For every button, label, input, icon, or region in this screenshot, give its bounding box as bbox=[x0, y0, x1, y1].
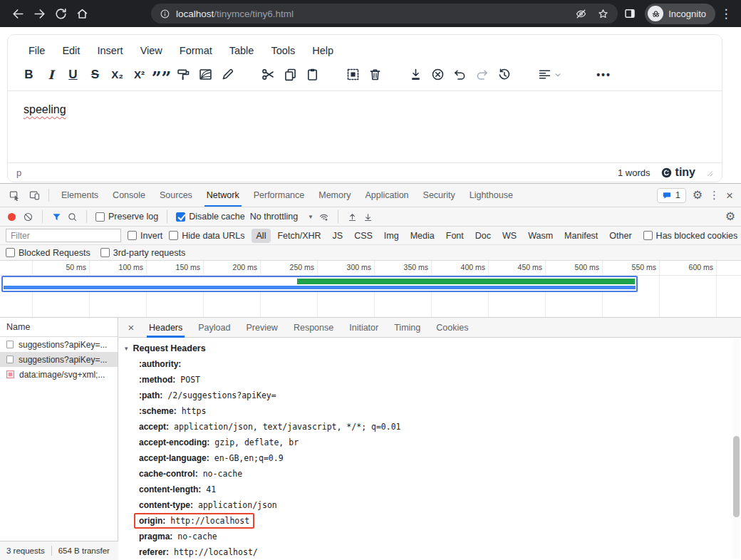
devtools-tab[interactable]: Console bbox=[105, 184, 152, 207]
network-conditions-icon[interactable] bbox=[318, 212, 329, 222]
blocked-requests-checkbox[interactable]: Blocked Requests bbox=[6, 248, 90, 258]
editor-menu-item[interactable]: File bbox=[22, 41, 51, 60]
devtools-tab[interactable]: Security bbox=[416, 184, 462, 207]
cancel-button[interactable] bbox=[427, 63, 449, 85]
site-info-icon[interactable] bbox=[160, 9, 170, 19]
home-icon[interactable] bbox=[71, 3, 93, 24]
misspelled-word[interactable]: speeling bbox=[24, 103, 66, 115]
back-icon[interactable] bbox=[7, 3, 28, 24]
third-party-requests-checkbox[interactable]: 3rd-party requests bbox=[100, 248, 185, 258]
record-button[interactable] bbox=[8, 213, 16, 221]
undo-button[interactable] bbox=[449, 63, 471, 85]
subscript-button[interactable]: X₂ bbox=[106, 63, 128, 85]
invert-checkbox[interactable]: Invert bbox=[128, 231, 162, 241]
search-icon[interactable] bbox=[67, 212, 78, 222]
request-type-filter[interactable]: Other bbox=[604, 229, 636, 243]
reload-icon[interactable] bbox=[50, 3, 71, 24]
device-toolbar-icon[interactable] bbox=[25, 187, 43, 204]
devtools-tab[interactable]: Performance bbox=[247, 184, 312, 207]
blockquote-button[interactable]: ”” bbox=[150, 63, 172, 85]
superscript-button[interactable]: X² bbox=[128, 63, 150, 85]
header-row[interactable]: pragma:no-cache bbox=[119, 529, 731, 544]
underline-button[interactable]: U bbox=[62, 63, 84, 85]
bold-button[interactable]: B bbox=[18, 63, 40, 85]
detail-tab[interactable]: Payload bbox=[190, 318, 238, 338]
detail-tab[interactable]: Initiator bbox=[341, 318, 386, 338]
header-row[interactable]: accept-language:en-GB,en;q=0.9 bbox=[119, 450, 731, 466]
editor-menu-item[interactable]: Insert bbox=[90, 41, 129, 60]
request-type-filter[interactable]: Img bbox=[379, 229, 404, 243]
issues-badge[interactable]: 1 bbox=[657, 188, 686, 203]
editor-menu-item[interactable]: View bbox=[134, 41, 169, 60]
header-row[interactable]: content-type:application/json bbox=[119, 497, 731, 513]
detail-tab[interactable]: Timing bbox=[386, 318, 428, 338]
header-row[interactable]: :method:POST bbox=[119, 372, 731, 388]
devtools-settings-icon[interactable]: ⚙ bbox=[693, 190, 703, 201]
network-overview-timeline[interactable]: 50 ms100 ms150 ms200 ms250 ms300 ms350 m… bbox=[0, 261, 741, 318]
disable-cache-checkbox[interactable]: Disable cache bbox=[176, 212, 245, 222]
header-row[interactable]: referer:http://localhost/ bbox=[119, 544, 731, 560]
editor-menu-item[interactable]: Format bbox=[173, 41, 219, 60]
eye-off-icon[interactable] bbox=[575, 8, 587, 20]
devtools-tab[interactable]: Network bbox=[200, 184, 247, 207]
has-blocked-cookies-checkbox[interactable]: Has blocked cookies bbox=[643, 231, 738, 241]
side-panel-icon[interactable] bbox=[623, 7, 636, 20]
editor-content-area[interactable]: speeling bbox=[8, 91, 722, 128]
editor-menu-item[interactable]: Table bbox=[223, 41, 261, 60]
header-row[interactable]: :scheme:https bbox=[119, 403, 731, 419]
request-type-filter[interactable]: Fetch/XHR bbox=[272, 229, 326, 243]
editor-menu-item[interactable]: Help bbox=[306, 41, 340, 60]
devtools-tab[interactable]: Lighthouse bbox=[462, 184, 520, 207]
select-all-button[interactable] bbox=[342, 63, 364, 85]
request-type-filter[interactable]: WS bbox=[497, 229, 522, 243]
scrollbar-track[interactable] bbox=[733, 340, 740, 559]
editor-menu-item[interactable]: Tools bbox=[264, 41, 301, 60]
devtools-tab[interactable]: Elements bbox=[54, 184, 105, 207]
copy-button[interactable] bbox=[279, 63, 301, 85]
header-row[interactable]: accept-encoding:gzip, deflate, br bbox=[119, 435, 731, 450]
request-type-filter[interactable]: CSS bbox=[349, 229, 378, 243]
overview-selection[interactable] bbox=[1, 276, 638, 292]
header-row[interactable]: content-length:41 bbox=[119, 482, 731, 497]
preserve-log-checkbox[interactable]: Preserve log bbox=[95, 212, 158, 222]
request-type-filter[interactable]: Manifest bbox=[559, 229, 603, 243]
request-type-filter[interactable]: Font bbox=[441, 229, 469, 243]
request-type-filter[interactable]: JS bbox=[328, 229, 348, 243]
devtools-tab[interactable]: Memory bbox=[311, 184, 358, 207]
bookmark-star-icon[interactable] bbox=[597, 8, 609, 20]
address-bar[interactable]: localhost/tinymce/tiny6.html bbox=[151, 4, 618, 24]
devtools-tab[interactable]: Sources bbox=[152, 184, 200, 207]
editor-menu-item[interactable]: Edit bbox=[56, 41, 86, 60]
request-row[interactable]: suggestions?apiKey=... bbox=[0, 337, 118, 352]
network-settings-icon[interactable]: ⚙ bbox=[725, 211, 735, 222]
paste-button[interactable] bbox=[301, 63, 323, 85]
detail-tab[interactable]: Cookies bbox=[428, 318, 476, 338]
devtools-close-icon[interactable]: × bbox=[726, 190, 733, 202]
request-row[interactable]: data:image/svg+xml;... bbox=[0, 367, 118, 382]
italic-button[interactable]: I bbox=[40, 63, 62, 85]
forward-icon[interactable] bbox=[28, 3, 50, 24]
header-row[interactable]: origin:http://localhost bbox=[119, 513, 731, 529]
strikethrough-button[interactable]: S bbox=[84, 63, 106, 85]
redo-button[interactable] bbox=[471, 63, 493, 85]
permanent-pen-button[interactable] bbox=[217, 63, 239, 85]
clear-icon[interactable] bbox=[23, 212, 33, 222]
page-embed-button[interactable] bbox=[195, 63, 217, 85]
import-har-icon[interactable] bbox=[347, 212, 358, 222]
request-type-filter[interactable]: Wasm bbox=[523, 229, 558, 243]
header-row[interactable]: :path:/2/suggestions?apiKey= bbox=[119, 388, 731, 403]
request-row[interactable]: suggestions?apiKey=... bbox=[0, 352, 118, 367]
tiny-branding[interactable]: tiny bbox=[660, 166, 695, 179]
throttling-select[interactable]: No throttling▼ bbox=[250, 212, 314, 222]
more-options-button[interactable]: ••• bbox=[593, 63, 615, 85]
detail-tab[interactable]: Preview bbox=[238, 318, 285, 338]
request-headers-section[interactable]: ▾ Request Headers bbox=[125, 343, 731, 353]
export-button[interactable] bbox=[405, 63, 427, 85]
element-path[interactable]: p bbox=[16, 167, 21, 178]
resize-handle-icon[interactable] bbox=[705, 169, 713, 177]
devtools-menu-kebab-icon[interactable]: ⋮ bbox=[709, 189, 720, 202]
delete-button[interactable] bbox=[364, 63, 386, 85]
incognito-badge[interactable]: Incognito bbox=[645, 4, 715, 24]
requests-name-column-header[interactable]: Name bbox=[0, 318, 118, 337]
detail-tab[interactable]: Headers bbox=[141, 318, 190, 338]
